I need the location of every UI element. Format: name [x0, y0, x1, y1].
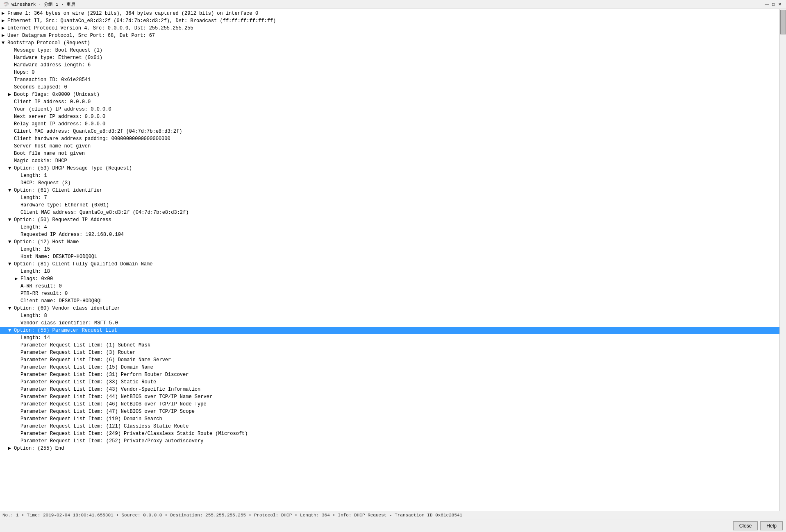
- tree-line[interactable]: Parameter Request List Item: (31) Perfor…: [0, 371, 779, 378]
- tree-line-text: Boot file name not given: [14, 150, 85, 157]
- tree-line[interactable]: Length: 18: [0, 268, 779, 275]
- tree-line[interactable]: Parameter Request List Item: (6) Domain …: [0, 356, 779, 364]
- tree-line[interactable]: Parameter Request List Item: (252) Priva…: [0, 437, 779, 445]
- tree-line-text: Hardware type: Ethernet (0x01): [14, 54, 102, 61]
- tree-line[interactable]: Hardware address length: 6: [0, 61, 779, 69]
- tree-line[interactable]: ▼Option: (55) Parameter Request List: [0, 327, 779, 334]
- tree-line[interactable]: Hops: 0: [0, 69, 779, 76]
- tree-line[interactable]: DHCP: Request (3): [0, 179, 779, 187]
- tree-line-text: Parameter Request List Item: (6) Domain …: [20, 357, 171, 363]
- expand-icon[interactable]: ▼: [8, 239, 14, 245]
- scroll-thumb[interactable]: [780, 10, 786, 34]
- expand-icon[interactable]: ▶: [15, 276, 20, 282]
- tree-line[interactable]: ▶Frame 1: 364 bytes on wire (2912 bits),…: [0, 10, 779, 17]
- tree-line-text: Length: 15: [20, 246, 50, 253]
- tree-line-text: Bootstrap Protocol (Request): [7, 40, 90, 46]
- tree-line[interactable]: Parameter Request List Item: (119) Domai…: [0, 415, 779, 423]
- tree-line[interactable]: ▶Ethernet II, Src: QuantaCo_e8:d3:2f (04…: [0, 17, 779, 25]
- tree-line[interactable]: Relay agent IP address: 0.0.0.0: [0, 120, 779, 128]
- tree-line[interactable]: ▶Flags: 0x00: [0, 275, 779, 283]
- tree-line[interactable]: ▼Option: (12) Host Name: [0, 238, 779, 246]
- tree-line[interactable]: Length: 8: [0, 312, 779, 319]
- tree-line[interactable]: Requested IP Address: 192.168.0.104: [0, 231, 779, 238]
- tree-line[interactable]: Length: 14: [0, 334, 779, 342]
- tree-line-text: Option: (60) Vendor class identifier: [14, 305, 120, 312]
- tree-line[interactable]: Parameter Request List Item: (3) Router: [0, 349, 779, 356]
- tree-line-text: Length: 18: [20, 268, 50, 275]
- tree-line[interactable]: ▶Option: (255) End: [0, 445, 779, 452]
- main-content: ▶Frame 1: 364 bytes on wire (2912 bits),…: [0, 9, 786, 511]
- expand-icon[interactable]: ▶: [2, 18, 7, 24]
- tree-line[interactable]: Client hardware address padding: 0000000…: [0, 135, 779, 143]
- tree-line[interactable]: A-RR result: 0: [0, 283, 779, 290]
- expand-icon[interactable]: ▼: [8, 305, 14, 312]
- tree-line[interactable]: Length: 1: [0, 172, 779, 179]
- expand-icon[interactable]: ▼: [8, 261, 14, 267]
- tree-line[interactable]: Parameter Request List Item: (121) Class…: [0, 423, 779, 430]
- expand-icon[interactable]: ▼: [8, 165, 14, 172]
- tree-line[interactable]: ▼Bootstrap Protocol (Request): [0, 39, 779, 47]
- expand-icon[interactable]: ▶: [8, 445, 14, 452]
- tree-line[interactable]: Parameter Request List Item: (47) NetBIO…: [0, 408, 779, 415]
- expand-icon[interactable]: ▶: [2, 10, 7, 17]
- tree-line[interactable]: Length: 15: [0, 246, 779, 253]
- tree-line-text: Internet Protocol Version 4, Src: 0.0.0.…: [7, 25, 193, 32]
- tree-line[interactable]: Parameter Request List Item: (1) Subnet …: [0, 342, 779, 349]
- tree-line[interactable]: Transaction ID: 0x61e28541: [0, 76, 779, 84]
- expand-icon[interactable]: ▶: [2, 32, 7, 39]
- tree-line[interactable]: ▶Internet Protocol Version 4, Src: 0.0.0…: [0, 25, 779, 32]
- close-dialog-button[interactable]: Close: [733, 521, 758, 530]
- tree-line[interactable]: Length: 7: [0, 194, 779, 201]
- app-icon: 🦈: [3, 2, 9, 7]
- expand-icon[interactable]: ▶: [8, 91, 14, 98]
- tree-line[interactable]: ▼Option: (61) Client identifier: [0, 187, 779, 194]
- tree-line[interactable]: Next server IP address: 0.0.0.0: [0, 113, 779, 120]
- tree-line[interactable]: ▼Option: (81) Client Fully Qualified Dom…: [0, 260, 779, 268]
- tree-line-text: Requested IP Address: 192.168.0.104: [20, 231, 124, 238]
- maximize-button[interactable]: □: [770, 2, 776, 7]
- tree-line-text: Length: 14: [20, 335, 50, 341]
- expand-icon[interactable]: ▼: [8, 187, 14, 194]
- tree-line[interactable]: ▼Option: (53) DHCP Message Type (Request…: [0, 165, 779, 172]
- tree-line[interactable]: Parameter Request List Item: (33) Static…: [0, 378, 779, 386]
- tree-line[interactable]: Vendor class identifier: MSFT 5.0: [0, 319, 779, 327]
- expand-icon[interactable]: ▶: [2, 25, 7, 32]
- tree-line[interactable]: Parameter Request List Item: (15) Domain…: [0, 364, 779, 371]
- tree-line-text: Length: 8: [20, 312, 47, 319]
- tree-line[interactable]: PTR-RR result: 0: [0, 290, 779, 297]
- tree-line[interactable]: Hardware type: Ethernet (0x01): [0, 201, 779, 209]
- help-button[interactable]: Help: [760, 521, 783, 530]
- tree-line[interactable]: Client MAC address: QuantaCo_e8:d3:2f (0…: [0, 128, 779, 135]
- tree-line[interactable]: Client IP address: 0.0.0.0: [0, 98, 779, 106]
- packet-detail-panel[interactable]: ▶Frame 1: 364 bytes on wire (2912 bits),…: [0, 9, 779, 511]
- tree-line[interactable]: Server host name not given: [0, 143, 779, 150]
- expand-icon[interactable]: ▼: [2, 40, 7, 46]
- tree-line[interactable]: Host Name: DESKTOP-HODQ0QL: [0, 253, 779, 260]
- tree-line-text: Ethernet II, Src: QuantaCo_e8:d3:2f (04:…: [7, 18, 276, 24]
- tree-line-text: Parameter Request List Item: (47) NetBIO…: [20, 408, 195, 415]
- close-button[interactable]: ✕: [777, 2, 783, 7]
- status-bar: No.: 1 • Time: 2019-02-04 18:00:41.65530…: [0, 511, 786, 519]
- tree-line[interactable]: Parameter Request List Item: (46) NetBIO…: [0, 401, 779, 408]
- tree-line[interactable]: Length: 4: [0, 224, 779, 231]
- tree-line[interactable]: ▼Option: (60) Vendor class identifier: [0, 305, 779, 312]
- expand-icon[interactable]: ▼: [8, 327, 14, 334]
- tree-line[interactable]: Message type: Boot Request (1): [0, 47, 779, 54]
- tree-line[interactable]: Seconds elapsed: 0: [0, 84, 779, 91]
- tree-line[interactable]: Your (client) IP address: 0.0.0.0: [0, 106, 779, 113]
- vertical-scrollbar[interactable]: [779, 9, 786, 511]
- tree-line[interactable]: Parameter Request List Item: (44) NetBIO…: [0, 393, 779, 401]
- tree-line[interactable]: Magic cookie: DHCP: [0, 157, 779, 165]
- tree-line[interactable]: Parameter Request List Item: (249) Priva…: [0, 430, 779, 437]
- tree-line[interactable]: ▶Bootp flags: 0x0000 (Unicast): [0, 91, 779, 98]
- tree-line[interactable]: Hardware type: Ethernet (0x01): [0, 54, 779, 61]
- tree-line[interactable]: ▼Option: (50) Requested IP Address: [0, 216, 779, 224]
- tree-line[interactable]: Client name: DESKTOP-HODQ0QL: [0, 297, 779, 305]
- tree-line-text: Client hardware address padding: 0000000…: [14, 136, 170, 142]
- tree-line[interactable]: ▶User Datagram Protocol, Src Port: 68, D…: [0, 32, 779, 39]
- minimize-button[interactable]: —: [764, 2, 770, 7]
- tree-line[interactable]: Boot file name not given: [0, 150, 779, 157]
- tree-line[interactable]: Client MAC address: QuantaCo_e8:d3:2f (0…: [0, 209, 779, 216]
- tree-line[interactable]: Parameter Request List Item: (43) Vendor…: [0, 386, 779, 393]
- expand-icon[interactable]: ▼: [8, 217, 14, 223]
